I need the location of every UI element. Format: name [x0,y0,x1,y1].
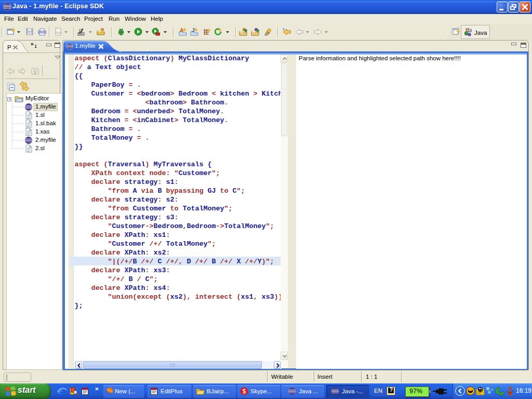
svg-text:A: A [180,28,183,33]
svg-text:010: 010 [56,31,62,35]
svg-text:J: J [469,28,472,33]
svg-text:J: J [192,28,195,33]
